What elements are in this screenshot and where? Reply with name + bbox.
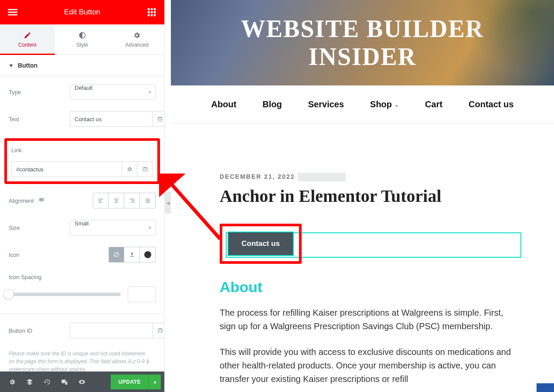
skeleton: [298, 173, 346, 181]
page-heading: Anchor in Elementor Tutorial: [220, 186, 528, 206]
align-center[interactable]: [109, 193, 124, 208]
svg-rect-20: [115, 200, 118, 201]
svg-rect-22: [129, 199, 134, 199]
svg-rect-11: [154, 14, 156, 17]
align-left[interactable]: [93, 193, 109, 208]
svg-rect-32: [65, 381, 67, 385]
caret-down-icon: ▼: [9, 63, 14, 68]
link-input[interactable]: [11, 161, 122, 177]
control-alignment: Alignment: [9, 193, 156, 208]
svg-rect-21: [114, 202, 118, 202]
control-icon-spacing: Icon Spacing: [9, 274, 156, 302]
about-heading: About: [220, 279, 528, 296]
svg-rect-23: [132, 200, 134, 201]
contrast-icon: [78, 31, 86, 39]
nav-shop[interactable]: Shop⌄: [370, 99, 399, 109]
editor-sidebar: Edit Button Content Style Advanced ▼ But…: [0, 0, 165, 392]
svg-rect-0: [8, 9, 17, 10]
control-text: Text: [9, 111, 156, 127]
text-input[interactable]: [70, 111, 152, 127]
svg-point-13: [143, 167, 147, 169]
collapse-sidebar[interactable]: ◀: [165, 192, 171, 214]
contact-us-button[interactable]: Contact us: [228, 232, 293, 255]
link-label: Link: [11, 147, 153, 153]
svg-rect-8: [154, 11, 156, 14]
svg-rect-5: [154, 8, 156, 10]
button-annotation-highlight: Contact us: [220, 224, 302, 264]
apps-grid-icon[interactable]: [147, 7, 156, 17]
size-select[interactable]: Small: [70, 220, 156, 235]
site-nav: About Blog Services Shop⌄ Cart Contact u…: [171, 85, 554, 124]
svg-point-30: [158, 328, 162, 330]
nav-blog[interactable]: Blog: [262, 99, 282, 109]
nav-about[interactable]: About: [211, 99, 237, 109]
responsive-icon[interactable]: [56, 372, 73, 392]
alignment-group: [93, 193, 156, 208]
sidebar-title: Edit Button: [64, 8, 100, 17]
svg-rect-17: [99, 200, 101, 201]
sidebar-tabs: Content Style Advanced: [0, 24, 164, 55]
tab-content[interactable]: Content: [0, 24, 55, 55]
history-icon[interactable]: [38, 372, 56, 392]
svg-rect-24: [131, 202, 134, 202]
hero-banner: WEBSITE BUILDER INSIDER: [171, 0, 554, 85]
sidebar-header: Edit Button: [0, 0, 164, 24]
icon-library[interactable]: [140, 247, 156, 262]
svg-rect-26: [145, 200, 150, 201]
preview-canvas: WEBSITE BUILDER INSIDER About Blog Servi…: [171, 0, 554, 392]
icon-none[interactable]: [109, 247, 124, 262]
svg-rect-16: [99, 199, 103, 199]
dynamic-tags-icon[interactable]: [137, 161, 153, 177]
menu-icon[interactable]: [8, 7, 17, 17]
align-justify[interactable]: [140, 193, 156, 208]
tab-style[interactable]: Style: [55, 24, 110, 55]
slider-thumb[interactable]: [3, 289, 14, 300]
update-dropdown[interactable]: ▲: [149, 375, 161, 389]
svg-rect-10: [151, 14, 153, 17]
gear-icon: [133, 31, 141, 39]
site-title: WEBSITE BUILDER INSIDER: [171, 15, 554, 71]
svg-rect-3: [148, 8, 150, 10]
svg-rect-15: [41, 201, 42, 202]
icon-upload[interactable]: [124, 247, 140, 262]
navigator-icon[interactable]: [21, 372, 38, 392]
post-date: DECEMBER 21, 2022: [220, 173, 295, 180]
icon-spacing-slider[interactable]: [9, 293, 121, 296]
preview-icon[interactable]: [73, 372, 91, 392]
paragraph-1: The process for refilling Kaiser prescri…: [220, 306, 516, 333]
controls-panel: Type Default Text Link Al: [0, 76, 164, 372]
control-type: Type Default: [9, 84, 156, 100]
dynamic-tags-icon[interactable]: [152, 111, 164, 127]
type-select[interactable]: Default: [70, 84, 156, 100]
button-id-input[interactable]: [70, 323, 153, 338]
paragraph-2: This will provide you with access to exc…: [220, 345, 516, 386]
align-right[interactable]: [124, 193, 140, 208]
svg-line-29: [115, 253, 118, 256]
tab-advanced[interactable]: Advanced: [109, 24, 164, 55]
corner-widget[interactable]: [537, 383, 554, 392]
control-icon: Icon: [9, 247, 156, 262]
svg-rect-14: [39, 198, 44, 201]
nav-cart[interactable]: Cart: [425, 99, 442, 109]
settings-icon[interactable]: [3, 372, 21, 392]
desktop-icon[interactable]: [38, 197, 44, 205]
svg-rect-18: [99, 202, 102, 202]
svg-rect-1: [8, 12, 17, 13]
control-link-highlight: Link: [4, 138, 160, 184]
section-button-title[interactable]: ▼ Button: [0, 55, 164, 76]
control-size: Size Small: [9, 220, 156, 235]
button-id-help: Please make sure the ID is unique and no…: [9, 350, 156, 372]
update-button[interactable]: UPDATE: [111, 375, 149, 389]
link-options-icon[interactable]: [122, 161, 137, 177]
svg-rect-25: [145, 199, 150, 199]
icon-spacing-number[interactable]: [128, 286, 156, 302]
control-button-id: Button ID: [9, 323, 156, 338]
sidebar-footer: UPDATE ▲: [0, 372, 164, 392]
nav-contact[interactable]: Contact us: [469, 99, 513, 109]
svg-rect-7: [151, 11, 153, 14]
svg-rect-27: [145, 202, 150, 202]
pencil-icon: [24, 31, 31, 39]
dynamic-tags-icon[interactable]: [153, 323, 164, 338]
chevron-down-icon: ⌄: [394, 102, 399, 108]
nav-services[interactable]: Services: [308, 99, 344, 109]
